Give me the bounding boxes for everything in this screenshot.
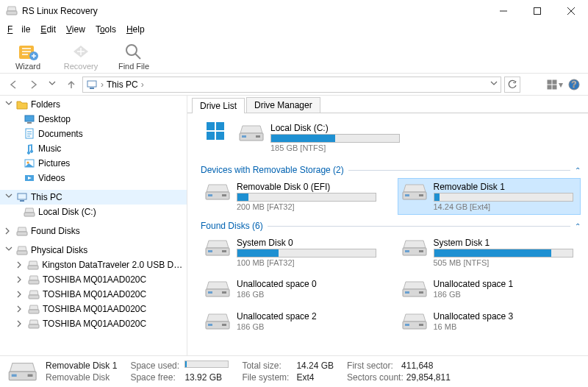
tree-item[interactable]: Videos xyxy=(0,171,187,185)
menu-file[interactable]: File xyxy=(3,23,35,36)
svg-rect-22 xyxy=(18,194,26,199)
help-button[interactable]: ? xyxy=(566,77,582,93)
svg-rect-23 xyxy=(20,200,24,202)
drive-icon xyxy=(16,244,28,256)
drive-icon xyxy=(401,238,428,258)
close-button[interactable] xyxy=(554,0,588,22)
chevron-right-icon[interactable] xyxy=(16,290,25,299)
svg-rect-26 xyxy=(207,132,215,140)
chevron-right-icon[interactable] xyxy=(4,227,13,235)
tree-item[interactable]: Kingston DataTraveler 2.0 USB Device xyxy=(0,258,187,272)
status-type: Removable Disk xyxy=(46,372,117,383)
svg-rect-10 xyxy=(548,80,551,84)
drive-item[interactable]: Unallocated space 316 MB xyxy=(398,308,581,335)
nav-back[interactable] xyxy=(6,77,22,93)
menu-tools[interactable]: Tools xyxy=(91,23,121,36)
drive-item[interactable]: Unallocated space 0186 GB xyxy=(201,275,384,303)
tab-drive-manager[interactable]: Drive Manager xyxy=(246,97,320,113)
tree-this-pc[interactable]: This PC xyxy=(0,190,187,205)
drive-local-c[interactable]: Local Disk (C:) 185 GB [NTFS] xyxy=(234,119,404,156)
minimize-button[interactable] xyxy=(487,0,520,22)
maximize-button[interactable] xyxy=(520,0,554,22)
drive-icon xyxy=(204,182,231,202)
drive-icon xyxy=(7,360,38,383)
svg-point-7 xyxy=(126,45,137,55)
drive-item[interactable]: System Disk 0100 MB [FAT32] xyxy=(201,234,384,271)
tree-found-disks[interactable]: Found Disks xyxy=(0,224,187,238)
svg-rect-17 xyxy=(27,122,32,124)
drive-icon xyxy=(28,274,40,285)
chevron-right-icon[interactable] xyxy=(16,260,24,269)
drive-icon xyxy=(238,123,265,143)
chevron-down-icon[interactable] xyxy=(4,193,13,202)
drive-icon xyxy=(28,303,40,315)
recovery-button[interactable]: Recovery xyxy=(59,41,103,71)
tree-physical-disks[interactable]: Physical Disks xyxy=(0,243,187,258)
chevron-right-icon[interactable] xyxy=(16,319,25,328)
chevron-down-icon[interactable] xyxy=(4,100,13,109)
svg-text:?: ? xyxy=(571,79,576,90)
drive-icon xyxy=(401,311,428,332)
menu-help[interactable]: Help xyxy=(122,23,149,36)
chevron-down-icon[interactable] xyxy=(490,81,498,88)
nav-forward[interactable] xyxy=(25,77,41,93)
tree-item[interactable]: Desktop xyxy=(0,112,187,127)
tree-folders[interactable]: Folders xyxy=(0,97,187,112)
tree-item[interactable]: TOSHIBA MQ01AAD020C xyxy=(0,272,187,287)
nav-up[interactable] xyxy=(63,77,79,93)
section-removable: Devices with Removable Storage (2) xyxy=(201,165,344,175)
tab-drive-list[interactable]: Drive List xyxy=(192,98,245,113)
view-options[interactable]: ▾ xyxy=(547,77,563,93)
tree-item[interactable]: Documents xyxy=(0,127,187,141)
drive-icon xyxy=(27,259,39,271)
address-bar[interactable]: › This PC › xyxy=(82,77,501,93)
pc-icon xyxy=(86,79,98,90)
folder-icon xyxy=(16,99,28,110)
chevron-right-icon[interactable] xyxy=(16,275,25,284)
svg-rect-4 xyxy=(534,8,541,15)
menu-bar: File Edit View Tools Help xyxy=(0,22,588,37)
drive-item[interactable]: Unallocated space 1186 GB xyxy=(398,275,581,303)
tree-item[interactable]: Pictures xyxy=(0,156,187,171)
drive-icon xyxy=(28,288,40,300)
chevron-down-icon[interactable] xyxy=(4,246,13,255)
collapse-icon[interactable]: ⌃ xyxy=(575,166,581,174)
tree-item[interactable]: TOSHIBA MQ01AAD020C xyxy=(0,302,187,316)
tree-item[interactable]: TOSHIBA MQ01AAD020C xyxy=(0,287,187,302)
app-icon xyxy=(6,5,18,17)
tree-item[interactable]: TOSHIBA MQ01AAD020C xyxy=(0,316,187,331)
chevron-right-icon: › xyxy=(101,79,104,90)
drive-item[interactable]: System Disk 1505 MB [NTFS] xyxy=(398,234,581,271)
sidebar: Folders DesktopDocumentsMusicPicturesVid… xyxy=(0,96,187,355)
music-icon xyxy=(24,143,35,155)
section-found: Found Disks (6) xyxy=(201,221,263,231)
windows-icon xyxy=(204,119,227,143)
drive-icon xyxy=(204,279,231,299)
collapse-icon[interactable]: ⌃ xyxy=(575,222,581,230)
wizard-button[interactable]: Wizard xyxy=(6,41,50,71)
drive-icon xyxy=(204,238,231,258)
svg-rect-24 xyxy=(207,122,215,130)
pic-icon xyxy=(24,157,35,169)
breadcrumb-root[interactable]: This PC xyxy=(107,79,138,90)
refresh-button[interactable] xyxy=(504,77,520,93)
chevron-right-icon[interactable] xyxy=(16,305,25,313)
drive-item[interactable]: Removable Disk 114.24 GB [Ext4] xyxy=(398,178,581,215)
drive-item[interactable]: Removable Disk 0 (EFI)200 MB [FAT32] xyxy=(201,178,384,215)
pc-icon xyxy=(16,191,28,203)
window-title: RS Linux Recovery xyxy=(22,6,487,16)
drive-item[interactable]: Unallocated space 2186 GB xyxy=(201,308,384,335)
svg-rect-8 xyxy=(87,81,96,87)
findfile-button[interactable]: Find File xyxy=(112,41,156,71)
tree-local-disk[interactable]: Local Disk (C:) xyxy=(0,205,187,219)
tree-item[interactable]: Music xyxy=(0,141,187,156)
menu-view[interactable]: View xyxy=(62,23,90,36)
doc-icon xyxy=(24,128,35,140)
nav-history-dropdown[interactable] xyxy=(44,77,60,93)
drive-icon xyxy=(28,318,40,330)
drive-icon xyxy=(401,279,428,299)
menu-edit[interactable]: Edit xyxy=(36,23,60,36)
video-icon xyxy=(24,172,35,184)
desktop-icon xyxy=(24,113,35,125)
status-name: Removable Disk 1 xyxy=(46,361,117,371)
